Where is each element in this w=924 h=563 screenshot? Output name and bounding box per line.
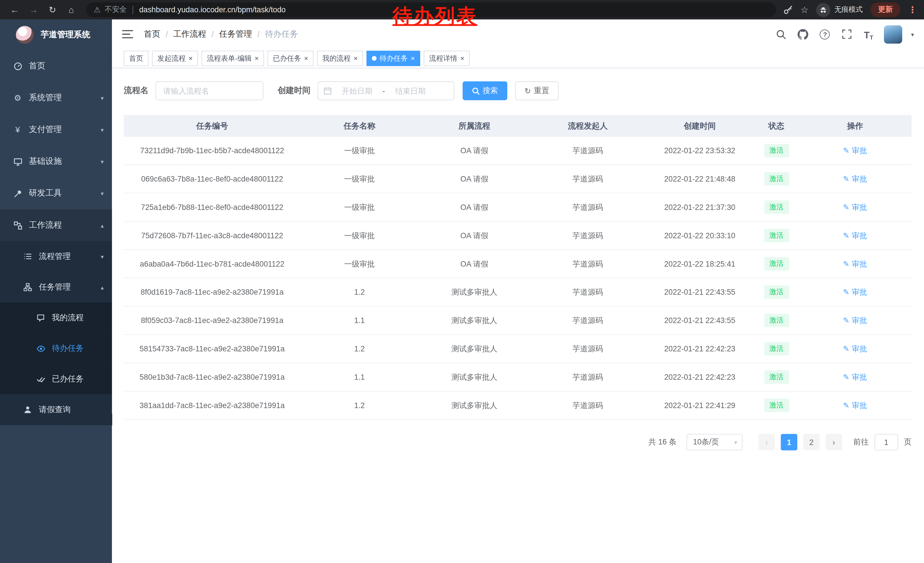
table-row: 381aa1dd-7ac8-11ec-a9e2-a2380e71991a 1.2…: [124, 392, 911, 420]
cell-create-time: 2022-01-22 21:37:30: [645, 203, 754, 212]
tab-todo-tasks[interactable]: 待办任务 ×: [367, 51, 420, 66]
cell-task-id: 381aa1dd-7ac8-11ec-a9e2-a2380e71991a: [124, 401, 300, 410]
fullscreen-icon[interactable]: [840, 28, 853, 41]
font-size-icon[interactable]: TT: [862, 28, 875, 41]
page-2-button[interactable]: 2: [803, 434, 820, 450]
gear-icon: ⚙: [12, 93, 23, 102]
sidebar-item-done-tasks[interactable]: 已办任务: [0, 364, 112, 394]
github-icon[interactable]: [796, 28, 810, 41]
incognito-badge: 无痕模式: [816, 3, 863, 17]
tab-launch-process[interactable]: 发起流程 ×: [152, 51, 198, 66]
approve-link[interactable]: ✎审批: [843, 343, 867, 354]
approve-link[interactable]: ✎审批: [843, 230, 867, 241]
cell-process: OA 请假: [418, 174, 530, 184]
workflow-icon: [12, 221, 23, 230]
status-badge: 激活: [764, 229, 789, 242]
goto-page-input[interactable]: [874, 434, 898, 450]
sidebar-item-home[interactable]: 首页: [0, 50, 112, 82]
page-1-button[interactable]: 1: [781, 434, 798, 450]
approve-link[interactable]: ✎审批: [843, 372, 867, 382]
date-range-separator: -: [382, 87, 385, 95]
col-actions: 操作: [799, 120, 912, 131]
chevron-down-icon[interactable]: ▾: [911, 31, 914, 38]
tab-process-form-edit[interactable]: 流程表单-编辑 ×: [201, 51, 264, 66]
approve-link[interactable]: ✎审批: [843, 315, 867, 326]
sidebar-item-my-processes[interactable]: 我的流程: [0, 302, 112, 333]
create-time-label: 创建时间: [278, 86, 310, 96]
sidebar-item-system-management[interactable]: ⚙ 系统管理 ▾: [0, 82, 112, 114]
sidebar-item-payment-management[interactable]: ¥ 支付管理 ▾: [0, 114, 112, 146]
approve-link[interactable]: ✎审批: [843, 145, 867, 156]
app-logo[interactable]: 芋道管理系统: [0, 20, 112, 50]
close-icon[interactable]: ×: [354, 55, 357, 62]
sidebar-item-infrastructure[interactable]: 基础设施 ▾: [0, 146, 112, 177]
approve-link[interactable]: ✎审批: [843, 174, 867, 184]
approve-link[interactable]: ✎审批: [843, 400, 867, 411]
tab-process-detail[interactable]: 流程详情 ×: [424, 51, 470, 66]
browser-menu-icon[interactable]: ⋮: [908, 4, 917, 15]
chevron-down-icon: ▾: [101, 158, 104, 165]
user-icon: [22, 405, 33, 414]
help-icon[interactable]: ?: [818, 28, 831, 41]
close-icon[interactable]: ×: [255, 55, 258, 62]
prev-page-button[interactable]: ‹: [759, 434, 775, 450]
cell-create-time: 2022-01-21 22:41:29: [645, 401, 754, 410]
browser-reload-icon[interactable]: ↻: [47, 4, 58, 15]
browser-home-icon[interactable]: ⌂: [66, 5, 77, 15]
eye-icon: [36, 344, 46, 353]
bookmark-star-icon[interactable]: ☆: [801, 4, 808, 15]
sidebar-item-leave-query[interactable]: 请假查询: [0, 394, 112, 425]
end-date-input[interactable]: [387, 87, 434, 95]
cell-create-time: 2022-01-21 22:42:23: [645, 344, 754, 353]
reset-button[interactable]: ↻ 重置: [515, 81, 558, 100]
table-row: 069c6a63-7b8a-11ec-8ef0-acde48001122 一级审…: [124, 165, 911, 193]
cell-process: 测试多审批人: [418, 400, 530, 411]
cell-process: OA 请假: [418, 202, 530, 213]
not-secure-label: 不安全: [105, 5, 127, 15]
close-icon[interactable]: ×: [304, 55, 308, 62]
sidebar-item-dev-tools[interactable]: 研发工具 ▾: [0, 177, 112, 209]
approve-link[interactable]: ✎审批: [843, 287, 867, 297]
close-icon[interactable]: ×: [411, 55, 415, 62]
breadcrumb-task-management[interactable]: 任务管理: [219, 29, 252, 39]
pencil-icon: ✎: [843, 146, 849, 155]
sidebar-item-task-management[interactable]: 任务管理 ▴: [0, 272, 112, 302]
close-icon[interactable]: ×: [460, 55, 464, 62]
cell-initiator: 芋道源码: [530, 174, 645, 184]
tab-home[interactable]: 首页: [124, 51, 148, 66]
sidebar-toggle-icon[interactable]: [122, 30, 133, 39]
col-initiator: 流程发起人: [530, 120, 645, 131]
screen: ← → ↻ ⌂ ⚠ 不安全 dashboard.yudao.iocoder.cn…: [0, 0, 924, 563]
close-icon[interactable]: ×: [189, 55, 193, 62]
approve-link[interactable]: ✎审批: [843, 202, 867, 213]
approve-link[interactable]: ✎审批: [843, 258, 867, 269]
cell-task-id: 069c6a63-7b8a-11ec-8ef0-acde48001122: [124, 174, 300, 183]
search-button[interactable]: 搜索: [463, 81, 507, 100]
process-name-input[interactable]: [155, 81, 263, 100]
search-icon[interactable]: [775, 28, 788, 41]
tab-my-processes[interactable]: 我的流程 ×: [317, 51, 363, 66]
status-badge: 激活: [764, 370, 789, 384]
sidebar-item-todo-tasks[interactable]: 待办任务: [0, 333, 112, 364]
status-badge: 激活: [764, 285, 789, 299]
table-row: 73211d9d-7b9b-11ec-b5b7-acde48001122 一级审…: [124, 137, 911, 165]
pencil-icon: ✎: [843, 231, 849, 240]
breadcrumb-home[interactable]: 首页: [144, 29, 160, 39]
sidebar-item-process-management[interactable]: 流程管理 ▾: [0, 241, 112, 272]
sidebar-item-workflow[interactable]: 工作流程 ▴: [0, 209, 112, 241]
browser-forward-icon[interactable]: →: [28, 5, 39, 15]
browser-actions: ☆ 无痕模式 更新 ⋮: [783, 2, 917, 17]
tab-done-tasks[interactable]: 已办任务 ×: [268, 51, 314, 66]
password-key-icon[interactable]: [783, 5, 793, 15]
avatar[interactable]: [884, 25, 902, 43]
date-range-picker[interactable]: -: [318, 81, 454, 100]
breadcrumb-workflow[interactable]: 工作流程: [173, 29, 206, 39]
table-row: 75d72608-7b7f-11ec-a3c8-acde48001122 一级审…: [124, 222, 911, 250]
start-date-input[interactable]: [333, 87, 381, 95]
browser-back-icon[interactable]: ←: [9, 5, 20, 15]
next-page-button[interactable]: ›: [825, 434, 842, 450]
cell-create-time: 2022-01-22 20:33:10: [645, 231, 754, 240]
page-size-select[interactable]: 10条/页 ▾: [686, 434, 742, 450]
pencil-icon: ✎: [843, 372, 849, 381]
update-button[interactable]: 更新: [870, 2, 900, 17]
